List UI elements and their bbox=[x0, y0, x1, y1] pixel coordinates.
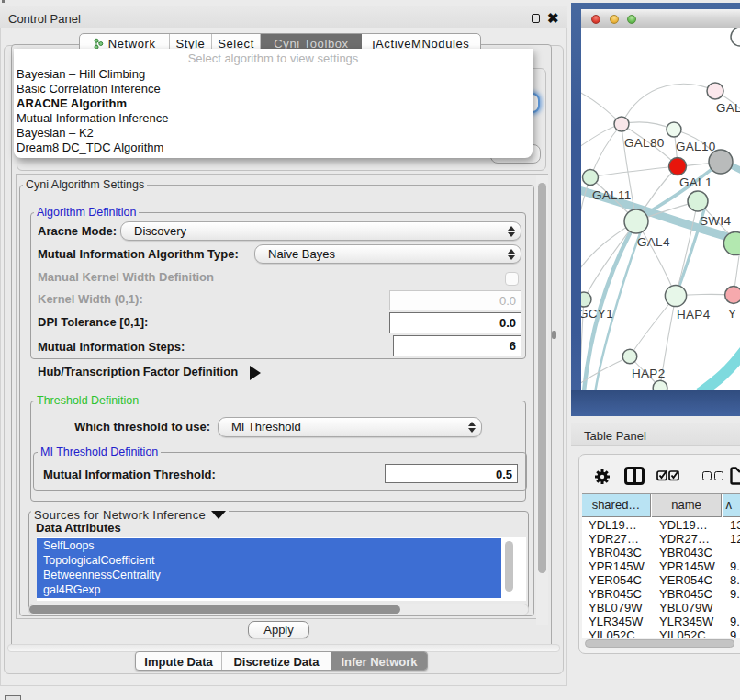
svg-text:GCY1: GCY1 bbox=[581, 307, 613, 321]
svg-text:GAL80: GAL80 bbox=[624, 136, 665, 150]
svg-text:Y: Y bbox=[728, 307, 736, 321]
svg-text:GAL1: GAL1 bbox=[679, 175, 712, 189]
svg-text:GAL10: GAL10 bbox=[676, 140, 716, 153]
svg-text:SWI4: SWI4 bbox=[700, 214, 731, 228]
svg-text:GAL11: GAL11 bbox=[592, 188, 632, 202]
svg-text:HAP2: HAP2 bbox=[632, 367, 665, 380]
svg-text:GAL2: GAL2 bbox=[716, 101, 740, 115]
svg-text:GAL4: GAL4 bbox=[637, 235, 670, 249]
svg-text:HAP4: HAP4 bbox=[677, 308, 711, 322]
